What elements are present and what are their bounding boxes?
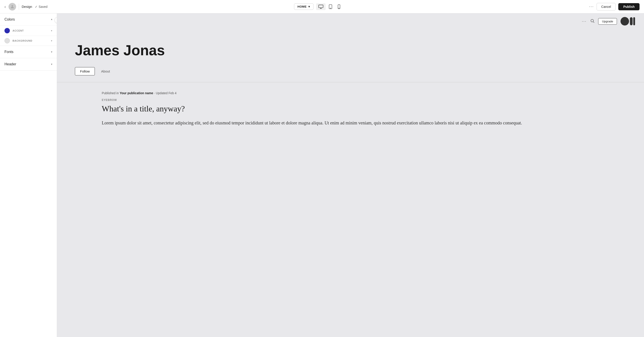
device-switcher [316,3,342,10]
tablet-device-button[interactable] [326,3,334,10]
background-color-item[interactable]: BACKGROUND ▾ [0,36,57,46]
cancel-button[interactable]: Cancel [596,3,616,11]
article-area: Published in Your publication name · Upd… [57,91,644,140]
published-prefix: Published in [102,91,120,95]
svg-point-6 [591,19,594,22]
sidebar: Colors ▾ ACCENT ▾ BACKGROUND ▾ F [0,14,57,337]
preview-search-button[interactable] [590,19,594,24]
colors-chevron-icon: ▾ [51,18,52,21]
preview-content: ··· Upgrade James Jonas Follow [57,14,644,337]
preview-area: ··· Upgrade James Jonas Follow [57,14,644,337]
medium-logo [620,17,635,26]
background-chevron-icon: ▾ [51,39,52,42]
accent-color-label: ACCENT [12,29,24,32]
accent-color-item[interactable]: ACCENT ▾ [0,26,57,36]
follow-button[interactable]: Follow [75,67,95,75]
topbar-left: ‹ Design ✓ Saved [4,3,48,11]
colors-section-header[interactable]: Colors ▾ [0,14,57,26]
svg-point-3 [330,8,331,8]
fonts-label: Fonts [4,50,14,54]
design-label: Design [22,5,32,9]
chevron-down-icon: ▾ [308,5,310,8]
svg-line-7 [593,22,594,23]
topbar-divider [19,4,19,10]
svg-point-0 [12,5,13,7]
fonts-section-header[interactable]: Fonts ▾ [0,46,57,58]
upgrade-button[interactable]: Upgrade [598,18,617,25]
svg-point-5 [339,8,339,8]
svg-rect-1 [319,5,323,8]
article-eyebrow: EYEBROW [102,99,599,102]
publish-button[interactable]: Publish [618,3,640,10]
check-icon: ✓ [35,5,38,9]
author-name: James Jonas [75,43,626,58]
header-label: Header [4,62,16,66]
preview-more-button[interactable]: ··· [582,19,586,24]
author-actions: Follow About [75,67,626,75]
page-selector[interactable]: HOME ▾ [294,3,314,10]
article-published: Published in Your publication name · Upd… [102,91,599,95]
medium-logo-circle [620,17,629,26]
header-section-header[interactable]: Header ▾ [0,58,57,70]
header-section: Header ▾ [0,58,57,71]
fonts-chevron-icon: ▾ [51,50,52,54]
desktop-device-button[interactable] [316,3,326,10]
colors-section: Colors ▾ ACCENT ▾ BACKGROUND ▾ [0,14,57,46]
topbar-right: ··· Cancel Publish [589,3,640,11]
author-header: James Jonas Follow About [57,29,644,82]
fonts-section: Fonts ▾ [0,46,57,58]
section-divider [57,82,644,82]
about-button[interactable]: About [100,67,111,75]
accent-color-left: ACCENT [4,28,24,33]
topbar: ‹ Design ✓ Saved HOME ▾ ··· C [0,0,644,14]
updated-text: · Updated Feb 4 [154,91,176,95]
saved-label: Saved [39,5,48,9]
header-chevron-icon: ▾ [51,63,52,66]
main-layout: Colors ▾ ACCENT ▾ BACKGROUND ▾ F [0,14,644,337]
saved-status: ✓ Saved [35,5,48,9]
preview-topbar: ··· Upgrade [57,14,644,29]
article-body: Lorem ipsum dolor sit amet, consectetur … [102,119,599,127]
medium-logo-bars [630,17,635,25]
back-button[interactable]: ‹ [4,5,6,9]
publication-name: Your publication name [120,91,153,95]
colors-label: Colors [4,18,15,22]
background-color-label: BACKGROUND [12,39,32,42]
more-options-button[interactable]: ··· [589,4,594,9]
background-color-swatch [4,38,10,44]
accent-color-swatch [4,28,10,33]
page-selector-label: HOME [298,5,306,8]
article-title: What's in a title, anyway? [102,104,599,114]
avatar [8,3,16,11]
topbar-center: HOME ▾ [294,3,342,10]
accent-chevron-icon: ▾ [51,29,52,32]
background-color-left: BACKGROUND [4,38,32,44]
mobile-device-button[interactable] [336,3,342,10]
